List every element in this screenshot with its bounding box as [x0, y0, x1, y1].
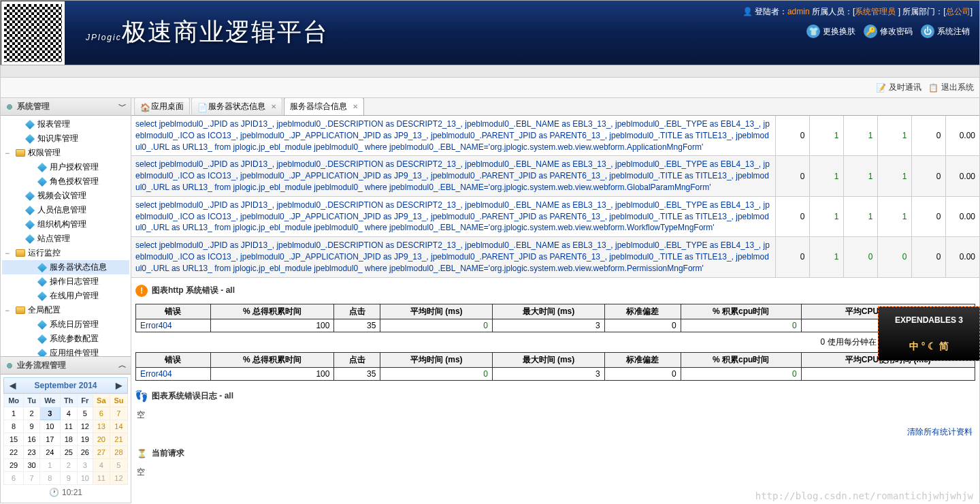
tree-item[interactable]: 视频会议管理 — [2, 189, 129, 203]
panel-system-management[interactable]: 系统管理 ﹀ — [1, 98, 131, 116]
power-icon: ⏻ — [921, 25, 934, 38]
section-sys-error-log: 👣 图表系统错误日志 - all — [131, 383, 979, 407]
tree-item[interactable]: 系统日历管理 — [2, 317, 129, 332]
shirt-icon: 👕 — [806, 25, 820, 38]
instant-message-button[interactable]: 📝及时通讯 — [876, 82, 921, 93]
error-table-1: 错误% 总得积累时间点击平均时间 (ms)最大时间 (ms)标准偏差% 积累cp… — [135, 304, 975, 332]
user-icon: 👤 — [742, 7, 753, 16]
calendar-time: 🕐10:21 — [3, 485, 128, 500]
empty-text-1: 空 — [131, 407, 979, 424]
chevron-down-icon: ﹀ — [118, 101, 127, 112]
qr-code — [1, 1, 65, 65]
key-icon: 🔑 — [864, 25, 877, 38]
tree-item[interactable]: 站点管理 — [2, 232, 129, 246]
secondary-toolbar: 📝及时通讯 📋退出系统 — [0, 78, 980, 98]
sidebar: 系统管理 ﹀ 报表管理知识库管理−权限管理用户授权管理角色授权管理视频会议管理人… — [0, 98, 131, 503]
tree-item[interactable]: −全局配置 — [2, 303, 129, 317]
chevron-up-icon: ︿ — [118, 360, 127, 371]
clear-stats-link[interactable]: 清除所有统计资料 — [907, 427, 973, 437]
note-icon: 📝 — [876, 83, 886, 93]
exit-system-button[interactable]: 📋退出系统 — [928, 82, 974, 93]
calendar-widget: ◀ September 2014 ▶ MoTuWeThFrSaSu1234567… — [1, 374, 131, 503]
section-http-errors: ! 图表http 系统错误 - all — [131, 278, 979, 301]
tree-item[interactable]: 组织机构管理 — [2, 217, 129, 232]
exit-icon: 📋 — [928, 83, 938, 93]
table-row: select jpeblmodul0_.JPID as JPID13_, jpe… — [131, 237, 979, 277]
table-row: select jpeblmodul0_.JPID as JPID13_, jpe… — [131, 116, 979, 156]
error-meta: 0 使用每分钟在 1 错误 ⊟描述 ⊞最后 — [131, 335, 979, 349]
content-body[interactable]: select jpeblmodul0_.JPID as JPID13_, jpe… — [131, 116, 979, 503]
header-userinfo: 👤 登陆者：admin 所属人员：[系统管理员 ] 所属部门：[总公司] 👕更换… — [742, 6, 973, 40]
warning-icon: ! — [135, 285, 148, 297]
table-row: select jpeblmodul0_.JPID as JPID13_, jpe… — [131, 196, 979, 236]
clock-icon: 🕐 — [49, 488, 59, 497]
tab-icon: 📄 — [197, 103, 206, 111]
table-row: select jpeblmodul0_.JPID as JPID13_, jpe… — [131, 156, 979, 196]
toolbar-strip — [0, 65, 980, 78]
app-logo: JPlogic极速商业逻辑平台 — [65, 1, 349, 65]
empty-text-2: 空 — [131, 464, 979, 481]
tree-item[interactable]: 系统参数配置 — [2, 332, 129, 346]
section-current-request: ⏳ 当前请求 — [131, 441, 979, 464]
close-icon[interactable]: ✕ — [271, 103, 276, 110]
content-area: 🏠应用桌面📄服务器状态信息✕服务器综合信息✕ select jpeblmodul… — [131, 98, 980, 503]
tab-icon: 🏠 — [140, 103, 148, 111]
tree-item[interactable]: −运行监控 — [2, 246, 129, 260]
panel-workflow-management[interactable]: 业务流程管理 ︿ — [1, 356, 131, 374]
tab-bar: 🏠应用桌面📄服务器状态信息✕服务器综合信息✕ — [131, 98, 979, 116]
tab[interactable]: 📄服务器状态信息✕ — [191, 98, 282, 115]
tree-item[interactable]: 应用组件管理 — [2, 346, 129, 356]
last-link[interactable]: 最后 — [956, 337, 973, 347]
close-icon[interactable]: ✕ — [353, 103, 358, 110]
tab[interactable]: 🏠应用桌面 — [134, 98, 190, 115]
hourglass-icon: ⏳ — [135, 447, 148, 460]
skin-button[interactable]: 👕更换换肤 — [804, 23, 858, 40]
tree-item[interactable]: 用户授权管理 — [2, 160, 129, 174]
table-row: Error404100350300 — [136, 319, 975, 332]
password-button[interactable]: 🔑修改密码 — [861, 23, 915, 40]
tree-item[interactable]: 角色授权管理 — [2, 174, 129, 189]
gear-icon — [5, 361, 14, 371]
logout-button[interactable]: ⏻系统注销 — [918, 23, 973, 40]
nav-tree: 报表管理知识库管理−权限管理用户授权管理角色授权管理视频会议管理人员信息管理组织… — [1, 116, 131, 356]
cal-prev-button[interactable]: ◀ — [7, 381, 18, 390]
footprint-icon: 👣 — [135, 390, 148, 403]
tree-item[interactable]: 操作日志管理 — [2, 274, 129, 289]
desc-link[interactable]: 描述 — [921, 337, 937, 347]
calendar-table[interactable]: MoTuWeThFrSaSu12345678910111213141516171… — [3, 394, 128, 485]
gear-icon — [5, 102, 14, 112]
tree-item[interactable]: 报表管理 — [2, 117, 129, 131]
cal-title: September 2014 — [34, 381, 97, 390]
tree-item[interactable]: 知识库管理 — [2, 131, 129, 146]
tab[interactable]: 服务器综合信息✕ — [284, 98, 364, 115]
tree-item[interactable]: 人员信息管理 — [2, 203, 129, 217]
tree-item[interactable]: 服务器状态信息 — [2, 260, 129, 274]
table-row: Error404100350300 — [136, 367, 975, 380]
tree-item[interactable]: 在线用户管理 — [2, 289, 129, 303]
app-header: JPlogic极速商业逻辑平台 👤 登陆者：admin 所属人员：[系统管理员 … — [0, 0, 980, 65]
tree-item[interactable]: −权限管理 — [2, 146, 129, 160]
error-table-2: 错误% 总得积累时间点击平均时间 (ms)最大时间 (ms)标准偏差% 积累cp… — [135, 352, 975, 381]
cal-next-button[interactable]: ▶ — [113, 381, 125, 390]
sql-table: select jpeblmodul0_.JPID as JPID13_, jpe… — [131, 116, 979, 278]
